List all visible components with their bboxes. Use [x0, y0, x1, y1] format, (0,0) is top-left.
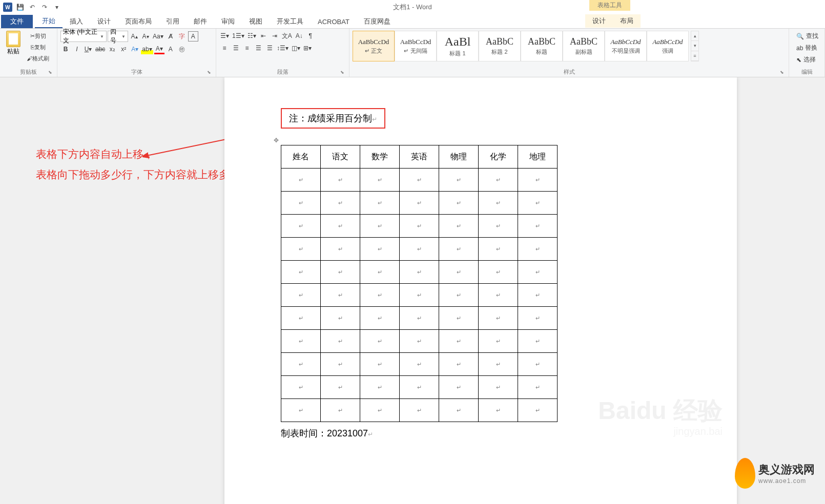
- tab-developer[interactable]: 开发工具: [270, 15, 311, 28]
- clipboard-launcher-icon[interactable]: ⬊: [48, 70, 53, 75]
- table-cell[interactable]: ↵: [360, 353, 400, 376]
- font-color-button[interactable]: A▾: [154, 44, 164, 54]
- style-item-5[interactable]: AaBbC副标题: [563, 31, 605, 61]
- gallery-more-button[interactable]: ≡: [691, 51, 698, 61]
- footer-timestamp[interactable]: 制表时间：20231007↵: [281, 427, 680, 439]
- tab-table-design[interactable]: 设计: [585, 14, 613, 28]
- table-cell[interactable]: ↵: [518, 376, 558, 399]
- borders-button[interactable]: ⊞▾: [302, 43, 313, 53]
- char-shading-button[interactable]: A: [166, 44, 176, 54]
- table-cell[interactable]: ↵: [400, 261, 439, 284]
- tab-references[interactable]: 引用: [159, 15, 187, 28]
- table-cell[interactable]: ↵: [360, 376, 400, 399]
- find-button[interactable]: 🔍查找: [794, 31, 821, 41]
- tab-review[interactable]: 审阅: [214, 15, 242, 28]
- table-cell[interactable]: ↵: [321, 330, 360, 353]
- table-cell[interactable]: ↵: [321, 169, 360, 192]
- show-marks-button[interactable]: ¶: [305, 31, 316, 41]
- table-cell[interactable]: ↵: [518, 399, 558, 422]
- table-cell[interactable]: ↵: [281, 215, 321, 238]
- table-cell[interactable]: ↵: [360, 307, 400, 330]
- table-cell[interactable]: ↵: [360, 169, 400, 192]
- superscript-button[interactable]: x²: [118, 44, 129, 54]
- table-cell[interactable]: ↵: [400, 330, 439, 353]
- table-cell[interactable]: ↵: [321, 192, 360, 215]
- table-header-cell[interactable]: 数学: [360, 145, 400, 169]
- multilevel-list-button[interactable]: ☷▾: [246, 31, 257, 41]
- table-move-handle-icon[interactable]: ✥: [274, 137, 680, 144]
- document-page[interactable]: 注：成绩采用百分制↵ ✥ 姓名语文数学英语物理化学地理 ↵↵↵↵↵↵↵↵↵↵↵↵…: [224, 77, 737, 504]
- line-spacing-button[interactable]: ↕☰▾: [276, 43, 290, 53]
- copy-button[interactable]: ⎘ 复制: [26, 42, 50, 52]
- bold-button[interactable]: B: [60, 44, 71, 54]
- table-cell[interactable]: ↵: [439, 192, 479, 215]
- table-cell[interactable]: ↵: [479, 238, 518, 261]
- style-item-1[interactable]: AaBbCcDd↵ 无间隔: [395, 31, 437, 61]
- table-cell[interactable]: ↵: [321, 353, 360, 376]
- table-cell[interactable]: ↵: [439, 399, 479, 422]
- gallery-down-button[interactable]: ▾: [691, 41, 698, 51]
- table-cell[interactable]: ↵: [400, 284, 439, 307]
- table-cell[interactable]: ↵: [518, 169, 558, 192]
- styles-launcher-icon[interactable]: ⬊: [779, 70, 785, 75]
- table-cell[interactable]: ↵: [281, 353, 321, 376]
- grade-table[interactable]: 姓名语文数学英语物理化学地理 ↵↵↵↵↵↵↵↵↵↵↵↵↵↵↵↵↵↵↵↵↵↵↵↵↵…: [281, 145, 558, 422]
- style-item-7[interactable]: AaBbCcDd强调: [647, 31, 689, 61]
- select-button[interactable]: ⬉选择: [794, 54, 821, 65]
- table-cell[interactable]: ↵: [479, 330, 518, 353]
- underline-button[interactable]: U▾: [83, 44, 93, 54]
- change-case-button[interactable]: Aa▾: [152, 31, 164, 41]
- style-item-4[interactable]: AaBbC标题: [521, 31, 563, 61]
- table-header-cell[interactable]: 姓名: [281, 145, 321, 169]
- tab-page-layout[interactable]: 页面布局: [118, 15, 159, 28]
- sort-button[interactable]: A↓: [294, 31, 304, 41]
- tab-acrobat[interactable]: ACROBAT: [311, 15, 357, 28]
- table-cell[interactable]: ↵: [281, 169, 321, 192]
- table-cell[interactable]: ↵: [360, 284, 400, 307]
- enclose-char-button[interactable]: ㊕: [177, 44, 187, 54]
- undo-button[interactable]: ↶: [27, 2, 38, 13]
- cut-button[interactable]: ✂ 剪切: [26, 31, 50, 41]
- table-cell[interactable]: ↵: [479, 169, 518, 192]
- tab-table-layout[interactable]: 布局: [613, 14, 641, 28]
- table-cell[interactable]: ↵: [439, 261, 479, 284]
- table-cell[interactable]: ↵: [439, 330, 479, 353]
- paragraph-launcher-icon[interactable]: ⬊: [340, 70, 345, 75]
- word-app-icon[interactable]: W: [2, 2, 13, 13]
- table-header-cell[interactable]: 化学: [479, 145, 518, 169]
- table-header-cell[interactable]: 物理: [439, 145, 479, 169]
- table-cell[interactable]: ↵: [439, 169, 479, 192]
- table-cell[interactable]: ↵: [281, 238, 321, 261]
- distributed-button[interactable]: ☰: [264, 43, 275, 53]
- shading-button[interactable]: ◫▾: [291, 43, 301, 53]
- table-cell[interactable]: ↵: [281, 261, 321, 284]
- table-cell[interactable]: ↵: [439, 238, 479, 261]
- table-cell[interactable]: ↵: [439, 284, 479, 307]
- table-cell[interactable]: ↵: [360, 192, 400, 215]
- table-cell[interactable]: ↵: [321, 261, 360, 284]
- font-size-combo[interactable]: 四号▼: [108, 31, 128, 42]
- table-cell[interactable]: ↵: [321, 284, 360, 307]
- tab-view[interactable]: 视图: [242, 15, 270, 28]
- gallery-up-button[interactable]: ▴: [691, 31, 698, 41]
- table-cell[interactable]: ↵: [400, 376, 439, 399]
- file-tab[interactable]: 文件: [1, 15, 33, 28]
- shrink-font-button[interactable]: A▾: [140, 31, 151, 41]
- decrease-indent-button[interactable]: ⇤: [258, 31, 269, 41]
- grow-font-button[interactable]: A▴: [129, 31, 139, 41]
- italic-button[interactable]: I: [72, 44, 82, 54]
- align-center-button[interactable]: ☰: [231, 43, 241, 53]
- justify-button[interactable]: ☰: [253, 43, 263, 53]
- table-cell[interactable]: ↵: [518, 307, 558, 330]
- table-cell[interactable]: ↵: [439, 215, 479, 238]
- tab-home[interactable]: 开始: [35, 15, 63, 28]
- table-cell[interactable]: ↵: [281, 307, 321, 330]
- text-direction-button[interactable]: 文A: [281, 31, 293, 41]
- table-header-cell[interactable]: 语文: [321, 145, 360, 169]
- table-header-cell[interactable]: 英语: [400, 145, 439, 169]
- table-cell[interactable]: ↵: [360, 330, 400, 353]
- style-item-2[interactable]: AaBl标题 1: [437, 31, 479, 61]
- table-cell[interactable]: ↵: [400, 238, 439, 261]
- style-item-6[interactable]: AaBbCcDd不明显强调: [605, 31, 647, 61]
- increase-indent-button[interactable]: ⇥: [270, 31, 280, 41]
